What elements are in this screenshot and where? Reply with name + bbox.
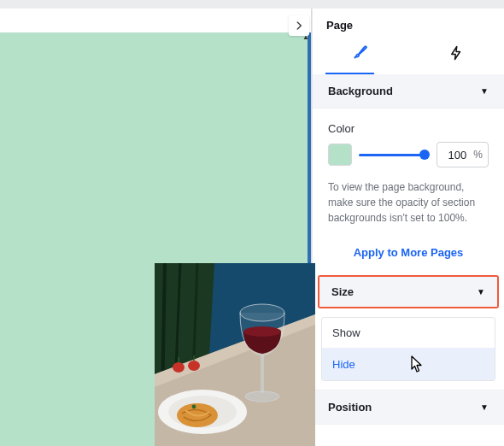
svg-point-8 (188, 361, 200, 371)
svg-rect-11 (261, 355, 264, 393)
background-hint: To view the page background, make sure t… (313, 167, 504, 231)
option-label: Show (332, 326, 360, 339)
svg-point-10 (243, 326, 281, 337)
tab-actions[interactable] (408, 33, 504, 73)
chevron-down-icon: ▼ (480, 86, 489, 96)
dropdown-option-show[interactable]: Show (322, 318, 495, 348)
chevron-right-icon (293, 20, 305, 32)
svg-point-7 (173, 362, 185, 373)
canvas-image (155, 263, 315, 446)
dropdown-option-hide[interactable]: Hide (322, 348, 495, 380)
chevron-down-icon: ▼ (480, 402, 489, 412)
size-dropdown: Show Hide (321, 317, 495, 381)
section-head-size[interactable]: Size ▼ (319, 277, 497, 307)
opacity-slider[interactable] (359, 147, 430, 162)
apply-to-more-pages-link[interactable]: Apply to More Pages (354, 246, 464, 259)
section-label: Size (331, 285, 354, 298)
section-head-background[interactable]: Background ▼ (313, 74, 504, 109)
brush-icon (352, 44, 369, 62)
inspector-panel: Page Background ▼ Color (312, 9, 504, 446)
opacity-input[interactable]: 100 % (437, 142, 489, 167)
section-label: Background (328, 85, 393, 97)
svg-point-12 (245, 391, 279, 402)
section-head-position[interactable]: Position ▼ (313, 390, 504, 425)
cursor-icon (407, 356, 422, 372)
section-size-highlighted: Size ▼ (318, 275, 499, 308)
chevron-down-icon: ▼ (477, 287, 485, 296)
tab-design[interactable] (313, 33, 408, 73)
panel-collapse-button[interactable] (289, 15, 309, 36)
color-swatch[interactable] (328, 144, 352, 166)
svg-point-6 (192, 405, 196, 409)
section-label: Position (328, 401, 372, 414)
panel-title: Page (313, 9, 504, 33)
option-label: Hide (332, 358, 355, 371)
lightning-icon (448, 45, 464, 61)
color-label: Color (313, 109, 504, 142)
opacity-unit: % (470, 149, 483, 161)
opacity-value: 100 (444, 149, 470, 161)
